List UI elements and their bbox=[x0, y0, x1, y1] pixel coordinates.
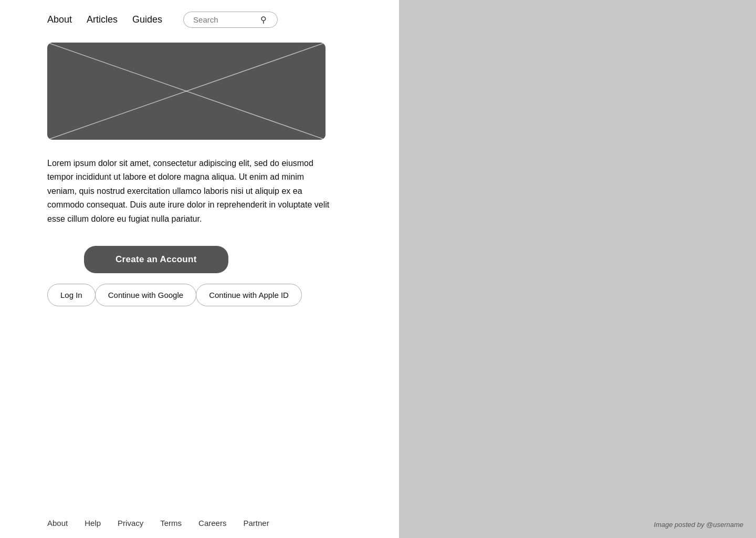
continue-apple-button[interactable]: Continue with Apple ID bbox=[196, 284, 302, 306]
search-input[interactable] bbox=[193, 15, 256, 24]
svg-rect-3 bbox=[399, 0, 756, 538]
footer-careers[interactable]: Careers bbox=[198, 519, 226, 527]
nav-about[interactable]: About bbox=[47, 14, 72, 25]
continue-google-button[interactable]: Continue with Google bbox=[95, 284, 196, 306]
main-content: Lorem ipsum dolor sit amet, consectetur … bbox=[0, 28, 399, 508]
navigation: About Articles Guides ⚲ bbox=[0, 0, 399, 28]
log-in-button[interactable]: Log In bbox=[47, 284, 96, 306]
left-panel: About Articles Guides ⚲ Lorem ipsum dolo… bbox=[0, 0, 399, 538]
nav-articles[interactable]: Articles bbox=[87, 14, 118, 25]
footer-help[interactable]: Help bbox=[85, 519, 101, 527]
footer-privacy[interactable]: Privacy bbox=[118, 519, 143, 527]
right-panel-svg bbox=[399, 0, 756, 538]
search-bar[interactable]: ⚲ bbox=[183, 12, 278, 28]
body-text: Lorem ipsum dolor sit amet, consectetur … bbox=[47, 157, 331, 226]
search-icon: ⚲ bbox=[260, 15, 267, 25]
secondary-buttons: Log In Continue with Google Continue wit… bbox=[47, 284, 302, 306]
nav-guides[interactable]: Guides bbox=[132, 14, 162, 25]
create-account-button[interactable]: Create an Account bbox=[84, 246, 228, 273]
hero-image bbox=[47, 43, 326, 140]
footer-about[interactable]: About bbox=[47, 519, 68, 527]
right-panel-image bbox=[399, 0, 756, 538]
footer-terms[interactable]: Terms bbox=[160, 519, 182, 527]
right-panel: Image posted by @username bbox=[399, 0, 756, 538]
hero-image-svg bbox=[47, 43, 326, 140]
footer: About Help Privacy Terms Careers Partner bbox=[0, 508, 399, 538]
image-credit: Image posted by @username bbox=[654, 521, 743, 529]
cta-section: Create an Account Log In Continue with G… bbox=[47, 246, 352, 306]
footer-partner[interactable]: Partner bbox=[243, 519, 269, 527]
